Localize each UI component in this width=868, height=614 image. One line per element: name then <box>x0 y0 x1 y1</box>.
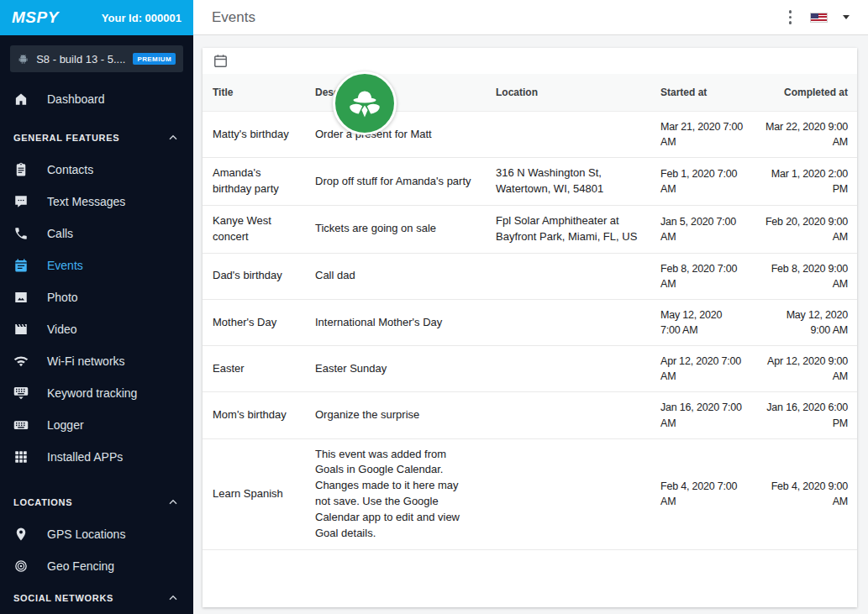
sidebar-item-label: Keyword tracking <box>47 386 137 400</box>
contacts-icon <box>13 162 29 177</box>
chevron-up-icon <box>166 496 180 509</box>
phone-icon <box>13 226 29 241</box>
sidebar-item-label: Video <box>47 323 77 336</box>
col-location: Location <box>486 74 650 112</box>
wifi-icon <box>13 354 29 369</box>
col-started-at: Started at <box>650 74 755 112</box>
event-completed: Mar 22, 2020 9:00 AM <box>755 112 857 158</box>
mspy-logo: MSPY <box>12 8 59 27</box>
event-location <box>486 346 650 392</box>
sidebar-item-label: Geo Fencing <box>47 559 114 573</box>
event-title: Dad's birthday <box>203 253 305 299</box>
event-location <box>486 253 650 299</box>
kebab-menu-icon[interactable] <box>786 7 796 28</box>
event-location: Fpl Solar Amphitheater at Bayfront Park,… <box>486 205 650 253</box>
sidebar-item-label: Photo <box>47 291 78 304</box>
col-completed-at: Completed at <box>755 74 857 112</box>
col-title: Title <box>203 74 305 112</box>
date-filter-button[interactable] <box>213 52 231 71</box>
spy-icon <box>345 83 385 123</box>
sidebar-item-label: Dashboard <box>47 92 105 106</box>
event-completed: Apr 12, 2020 9:00 AM <box>755 346 857 392</box>
table-row[interactable]: Kanye West concert Tickets are going on … <box>203 205 857 253</box>
apps-grid-icon <box>13 449 29 464</box>
sidebar-item-logger[interactable]: Logger <box>0 409 193 441</box>
event-location <box>486 438 650 549</box>
event-description: Call dad <box>305 253 486 299</box>
sidebar: S8 - build 13 - 5.... PREMIUM Dashboard … <box>0 35 193 614</box>
event-started: Feb 8, 2020 7:00 AM <box>650 253 755 299</box>
mspy-app: MSPY Your Id: 000001 Events S8 - build 1… <box>0 0 868 614</box>
event-title: Mom's birthday <box>203 392 305 438</box>
device-name: S8 - build 13 - 5.... <box>36 53 125 66</box>
event-title: Learn Spanish <box>203 438 305 549</box>
sidebar-item-calls[interactable]: Calls <box>0 218 193 249</box>
table-row[interactable]: Amanda's birthday party Drop off stuff f… <box>203 158 857 206</box>
table-row[interactable]: Matty's birthday Order a present for Mat… <box>203 112 857 158</box>
sidebar-item-dashboard[interactable]: Dashboard <box>0 83 193 115</box>
sidebar-item-text-messages[interactable]: Text Messages <box>0 186 193 218</box>
video-icon <box>13 322 29 337</box>
events-table: Title Description Location Started at Co… <box>203 74 857 550</box>
sidebar-item-label: Wi-Fi networks <box>47 354 125 368</box>
us-flag-icon[interactable] <box>810 13 828 23</box>
sidebar-item-gps-locations[interactable]: GPS Locations <box>0 518 193 550</box>
main-content: Title Description Location Started at Co… <box>193 36 868 614</box>
event-completed: Feb 8, 2020 9:00 AM <box>755 253 857 299</box>
section-locations[interactable]: LOCATIONS <box>0 486 193 518</box>
event-title: Kanye West concert <box>203 205 305 253</box>
sidebar-item-label: GPS Locations <box>47 527 125 541</box>
table-header-row: Title Description Location Started at Co… <box>203 74 857 112</box>
sidebar-item-video[interactable]: Video <box>0 313 193 345</box>
section-social-networks[interactable]: SOCIAL NETWORKS <box>0 582 193 614</box>
geo-fencing-icon <box>13 559 29 574</box>
sidebar-item-label: Events <box>47 259 83 272</box>
sidebar-item-label: Text Messages <box>47 195 125 208</box>
event-location <box>486 112 650 158</box>
event-title: Easter <box>203 346 305 392</box>
device-selector[interactable]: S8 - build 13 - 5.... PREMIUM <box>10 45 183 72</box>
event-title: Mother's Day <box>203 299 305 345</box>
logger-keyboard-icon <box>13 417 29 433</box>
sidebar-item-label: Installed APPs <box>47 450 123 464</box>
events-toolbar <box>203 48 857 74</box>
user-id-label: Your Id: 000001 <box>102 12 181 24</box>
event-completed: Feb 4, 2020 9:00 AM <box>755 438 857 549</box>
keyword-tracking-icon <box>13 386 29 401</box>
sidebar-item-installed-apps[interactable]: Installed APPs <box>0 441 193 473</box>
sidebar-item-photo[interactable]: Photo <box>0 281 193 313</box>
event-title: Matty's birthday <box>203 112 305 158</box>
event-location: 316 N Washington St, Watertown, WI, 5480… <box>486 158 650 206</box>
event-description: International Mother's Day <box>305 299 486 345</box>
event-started: Feb 1, 2020 7:00 AM <box>650 158 755 206</box>
event-started: Feb 4, 2020 7:00 AM <box>650 438 755 549</box>
page-title: Events <box>212 9 255 26</box>
sidebar-item-label: Calls <box>47 227 73 240</box>
photo-icon <box>13 290 29 305</box>
event-title: Amanda's birthday party <box>203 158 305 206</box>
sidebar-item-events[interactable]: Events <box>0 249 193 281</box>
top-bar: Events <box>193 0 868 35</box>
spy-logo-overlay <box>333 71 397 135</box>
sidebar-item-wifi-networks[interactable]: Wi-Fi networks <box>0 345 193 377</box>
event-completed: Mar 1, 2020 2:00 PM <box>755 158 857 206</box>
sidebar-item-label: Logger <box>47 418 84 432</box>
event-description: Order a present for Matt <box>305 112 486 158</box>
table-row[interactable]: Easter Easter Sunday Apr 12, 2020 7:00 A… <box>203 346 857 392</box>
table-row[interactable]: Learn Spanish This event was added from … <box>203 438 857 549</box>
event-started: Jan 5, 2020 7:00 AM <box>650 205 755 253</box>
sidebar-item-geo-fencing[interactable]: Geo Fencing <box>0 550 193 582</box>
chevron-down-icon[interactable] <box>843 15 850 19</box>
event-started: Apr 12, 2020 7:00 AM <box>650 346 755 392</box>
table-row[interactable]: Mom's birthday Organize the surprise Jan… <box>203 392 857 438</box>
section-general-features[interactable]: GENERAL FEATURES <box>0 122 193 154</box>
table-row[interactable]: Mother's Day International Mother's Day … <box>203 299 857 345</box>
table-row[interactable]: Dad's birthday Call dad Feb 8, 2020 7:00… <box>203 253 857 299</box>
sidebar-item-contacts[interactable]: Contacts <box>0 154 193 186</box>
events-calendar-icon <box>13 258 29 273</box>
event-description: Drop off stuff for Amanda's party <box>305 158 486 206</box>
event-started: Mar 21, 2020 7:00 AM <box>650 112 755 158</box>
home-icon <box>13 92 29 107</box>
sidebar-item-keyword-tracking[interactable]: Keyword tracking <box>0 377 193 409</box>
event-description: This event was added from Goals in Googl… <box>305 438 486 549</box>
